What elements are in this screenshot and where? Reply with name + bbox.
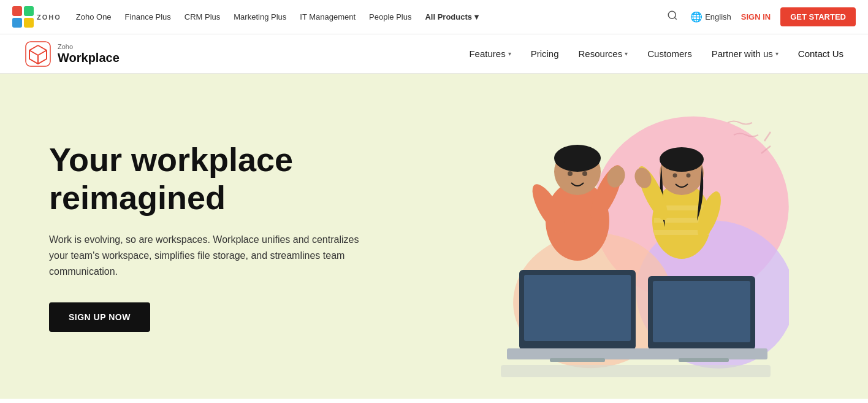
workplace-zoho-text: Zoho (58, 43, 120, 50)
nav-link-marketing-plus[interactable]: Marketing Plus (234, 12, 286, 21)
svg-point-33 (672, 174, 677, 178)
nav-contact-us[interactable]: Contact Us (798, 48, 843, 59)
language-selector[interactable]: 🌐 English (690, 11, 731, 23)
logo-sq-green (24, 6, 34, 16)
svg-rect-12 (524, 275, 631, 341)
resources-chevron-icon: ▾ (625, 50, 628, 57)
workplace-name-text: Workplace (58, 51, 120, 64)
hero-illustration (390, 74, 868, 399)
zoho-brand-text: ZOHO (37, 13, 61, 21)
nav-link-it-management[interactable]: IT Management (300, 12, 356, 21)
top-navigation: ZOHO Zoho One Finance Plus CRM Plus Mark… (0, 0, 868, 34)
svg-point-23 (582, 171, 587, 176)
partner-chevron-icon: ▾ (775, 50, 779, 57)
svg-rect-14 (550, 358, 605, 362)
nav-customers[interactable]: Customers (647, 48, 692, 59)
svg-rect-13 (507, 348, 648, 359)
svg-rect-17 (636, 348, 767, 359)
svg-point-32 (660, 147, 704, 172)
hero-title: Your workplace reimagined (49, 140, 392, 217)
nav-link-people-plus[interactable]: People Plus (369, 12, 411, 21)
get-started-button[interactable]: GET STARTED (780, 7, 856, 26)
top-nav-links: Zoho One Finance Plus CRM Plus Marketing… (76, 12, 479, 21)
zoho-logo[interactable]: ZOHO (12, 6, 61, 28)
logo-sq-yellow (24, 18, 34, 28)
hero-section: Your workplace reimagined Work is evolvi… (0, 74, 868, 399)
top-nav-right: 🌐 English SIGN IN GET STARTED (664, 7, 856, 26)
hero-description: Work is evolving, so are workspaces. Wor… (49, 232, 368, 280)
globe-icon: 🌐 (690, 11, 702, 23)
nav-features[interactable]: Features ▾ (469, 48, 511, 59)
features-chevron-icon: ▾ (508, 50, 511, 57)
hero-svg-illustration (470, 86, 789, 386)
nav-partner-with-us[interactable]: Partner with us ▾ (712, 48, 779, 59)
nav-link-all-products[interactable]: All Products ▾ (425, 12, 478, 21)
nav-resources[interactable]: Resources ▾ (579, 48, 628, 59)
language-label: English (705, 12, 731, 21)
logo-sq-blue (12, 18, 22, 28)
sign-up-button[interactable]: SIGN UP NOW (49, 302, 150, 332)
nav-link-zoho-one[interactable]: Zoho One (76, 12, 112, 21)
zoho-logo-squares (12, 6, 34, 28)
top-nav-left: ZOHO Zoho One Finance Plus CRM Plus Mark… (12, 6, 479, 28)
sign-in-button[interactable]: SIGN IN (741, 12, 771, 21)
nav-pricing[interactable]: Pricing (531, 48, 559, 59)
svg-point-22 (568, 171, 573, 176)
search-icon (667, 10, 678, 21)
all-products-chevron-icon: ▾ (474, 12, 479, 21)
svg-point-0 (668, 11, 676, 18)
svg-point-34 (686, 174, 690, 178)
search-button[interactable] (664, 7, 680, 26)
secondary-navigation: Zoho Workplace Features ▾ Pricing Resour… (0, 34, 868, 74)
workplace-logo[interactable]: Zoho Workplace (25, 40, 120, 67)
workplace-logo-icon (25, 40, 51, 67)
logo-sq-red (12, 6, 22, 16)
svg-rect-38 (501, 365, 771, 377)
workplace-logo-text: Zoho Workplace (58, 43, 120, 64)
svg-line-1 (675, 17, 677, 19)
svg-point-21 (554, 145, 601, 172)
secondary-nav-links: Features ▾ Pricing Resources ▾ Customers… (469, 48, 843, 59)
svg-rect-18 (679, 358, 729, 362)
svg-line-9 (764, 132, 771, 141)
hero-content: Your workplace reimagined Work is evolvi… (49, 140, 392, 331)
nav-link-crm-plus[interactable]: CRM Plus (185, 12, 221, 21)
nav-link-finance-plus[interactable]: Finance Plus (125, 12, 171, 21)
svg-rect-16 (653, 281, 750, 342)
